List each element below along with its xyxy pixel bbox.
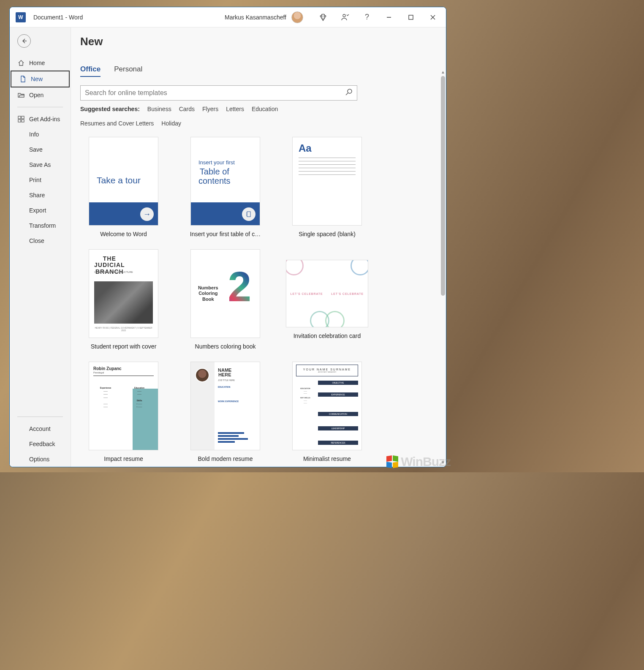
tab-office[interactable]: Office	[80, 65, 101, 77]
template-thumbnail: YOUR NAME SURNAME ASSISTANT MANAGER OBJE…	[292, 362, 362, 450]
home-icon	[17, 60, 25, 66]
watermark: WinBuzz	[386, 455, 451, 469]
template-thumbnail: LET'S CELEBRATE LET'S CELEBRATE	[286, 260, 368, 327]
template-label: Student report with cover	[80, 343, 167, 350]
number-two-icon: 2	[228, 262, 251, 311]
template-impact-resume[interactable]: Robin Zupanc Paralegal Experience———————…	[80, 362, 167, 462]
document-icon	[19, 76, 27, 82]
minimize-button[interactable]	[379, 8, 399, 27]
scrollbar-thumb[interactable]	[441, 76, 445, 296]
maximize-button[interactable]	[401, 8, 421, 27]
svg-rect-7	[18, 120, 21, 122]
thumb-text: Education————Skills• ——• ——	[127, 387, 152, 409]
template-invitation-card[interactable]: LET'S CELEBRATE LET'S CELEBRATE Invitati…	[284, 249, 370, 350]
scroll-up-icon[interactable]: ▲	[441, 70, 445, 75]
thumb-text: LET'S CELEBRATE	[331, 292, 364, 295]
sidebar-item-print[interactable]: Print	[10, 172, 71, 188]
suggested-label: Suggested searches:	[80, 106, 140, 112]
template-label: Single spaced (blank)	[284, 231, 370, 237]
template-thumbnail: Take a tour →	[89, 137, 158, 226]
thumb-text: LET'S CELEBRATE	[291, 292, 323, 295]
svg-rect-2	[409, 15, 413, 19]
template-label: Invitation celebration card	[284, 332, 370, 339]
template-label: Insert your first table of c…	[182, 231, 269, 237]
suggested-link[interactable]: Flyers	[202, 106, 218, 112]
username-label[interactable]: Markus Kasanmascheff	[225, 14, 286, 21]
word-window: W Document1 - Word Markus Kasanmascheff …	[9, 7, 446, 467]
suggested-link[interactable]: Resumes and Cover Letters	[80, 120, 154, 127]
sidebar-item-transform[interactable]: Transform	[10, 218, 71, 233]
template-bold-modern-resume[interactable]: NAME HERE JOB TITLE HERE EDUCATION WORK …	[182, 362, 269, 462]
template-insert-toc[interactable]: Insert your first Table of contents Inse…	[182, 137, 269, 237]
thumb-text: Table of contents	[198, 167, 231, 185]
addins-icon	[17, 116, 25, 123]
sidebar-item-info[interactable]: Info	[10, 127, 71, 142]
sidebar-item-new[interactable]: New	[11, 71, 70, 87]
template-label: Minimalist resume	[284, 455, 370, 462]
word-logo-icon: W	[16, 12, 26, 22]
search-input[interactable]	[85, 89, 345, 97]
template-minimalist-resume[interactable]: YOUR NAME SURNAME ASSISTANT MANAGER OBJE…	[284, 362, 370, 462]
svg-line-10	[346, 93, 348, 95]
sidebar-item-export[interactable]: Export	[10, 203, 71, 218]
sidebar-item-share[interactable]: Share	[10, 188, 71, 203]
svg-rect-6	[22, 116, 24, 119]
watermark-icon	[386, 456, 398, 468]
divider	[17, 417, 63, 417]
help-icon[interactable]: ?	[357, 8, 377, 27]
sidebar-item-label: New	[31, 76, 43, 82]
sidebar: Home New Open Get Add-ins	[10, 27, 71, 467]
sidebar-item-save[interactable]: Save	[10, 142, 71, 157]
thumb-text: LEADERSHIP	[318, 426, 358, 430]
thumb-text: Experience——————————	[93, 387, 118, 409]
thumb-text: Insert your first	[198, 159, 235, 166]
diamond-icon[interactable]	[313, 8, 333, 27]
folder-icon	[17, 92, 25, 98]
thumb-text: Paralegal	[93, 371, 104, 374]
thumb-text: Robin Zupanc	[93, 366, 122, 371]
sidebar-item-options[interactable]: Options	[10, 452, 71, 467]
back-button[interactable]	[17, 34, 31, 48]
user-avatar[interactable]	[291, 11, 303, 23]
template-numbers-coloring[interactable]: Numbers Coloring Book 2 Numbers coloring…	[182, 249, 269, 350]
sidebar-item-get-addins[interactable]: Get Add-ins	[10, 112, 71, 127]
search-box[interactable]	[80, 85, 357, 101]
template-single-spaced-blank[interactable]: Aa Single spaced (blank)	[284, 137, 370, 237]
suggested-link[interactable]: Education	[252, 106, 278, 112]
template-grid: Take a tour → Welcome to Word Insert you…	[80, 137, 437, 462]
thumb-text: COMMUNICATION	[318, 412, 358, 416]
template-thumbnail: Robin Zupanc Paralegal Experience———————…	[89, 362, 158, 450]
arrow-right-icon: →	[140, 207, 154, 221]
suggested-link[interactable]: Holiday	[161, 120, 181, 127]
thumb-text: OBJECTIVE	[318, 381, 358, 385]
sidebar-item-home[interactable]: Home	[10, 55, 71, 71]
sidebar-item-label: Get Add-ins	[29, 116, 60, 123]
template-label: Impact resume	[80, 455, 167, 462]
template-thumbnail: NAME HERE JOB TITLE HERE EDUCATION WORK …	[190, 362, 260, 450]
avatar-icon	[195, 368, 209, 382]
tab-personal[interactable]: Personal	[114, 65, 142, 77]
suggested-link[interactable]: Cards	[179, 106, 195, 112]
suggested-link[interactable]: Business	[147, 106, 171, 112]
svg-point-0	[343, 14, 345, 17]
template-label: Numbers coloring book	[182, 343, 269, 350]
template-label: Welcome to Word	[80, 231, 167, 237]
sidebar-item-label: Open	[29, 92, 43, 98]
suggested-link[interactable]: Letters	[226, 106, 244, 112]
sidebar-item-save-as[interactable]: Save As	[10, 157, 71, 172]
sidebar-item-account[interactable]: Account	[10, 421, 71, 436]
template-welcome-to-word[interactable]: Take a tour → Welcome to Word	[80, 137, 167, 237]
close-button[interactable]	[423, 8, 443, 27]
sidebar-item-feedback[interactable]: Feedback	[10, 436, 71, 452]
template-student-report[interactable]: THE JUDICIAL BRANCH COURT ROLE AND STRUC…	[80, 249, 167, 350]
svg-rect-5	[18, 116, 21, 119]
thumb-text: Aa	[299, 142, 312, 154]
document-title: Document1 - Word	[33, 14, 83, 21]
sidebar-item-close[interactable]: Close	[10, 233, 71, 248]
template-label: Bold modern resume	[182, 455, 269, 462]
document-icon	[242, 207, 255, 221]
person-icon[interactable]	[335, 8, 355, 27]
search-icon[interactable]	[345, 88, 353, 98]
titlebar: W Document1 - Word Markus Kasanmascheff …	[10, 7, 446, 27]
sidebar-item-open[interactable]: Open	[10, 87, 71, 103]
